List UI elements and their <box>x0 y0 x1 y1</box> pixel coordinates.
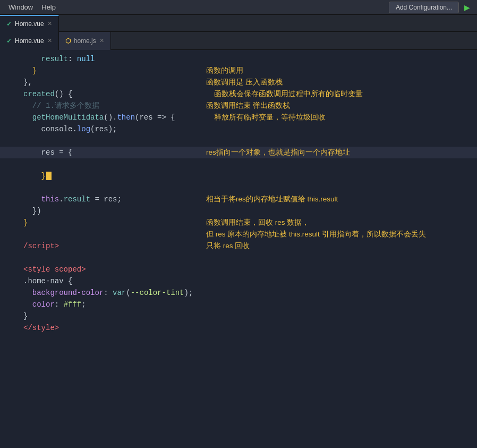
annotation-res-points: res指向一个对象，也就是指向一个内存地址 <box>206 147 350 158</box>
annotation-block: } 函数的调用 }, 函数调用是 压入函数栈 created() { 函数栈会保… <box>0 65 477 334</box>
code-line-empty3 <box>0 182 477 193</box>
menu-help[interactable]: Help <box>37 3 60 11</box>
code-line-close-brace: } <box>0 170 477 182</box>
annotation-func-end: 函数调用结束，回收 res 数据， <box>206 217 309 229</box>
code-line-getmulti: getHomeMultidata().then(res => { 释放所有临时变… <box>0 112 477 123</box>
js-file-icon: ⬡ <box>65 37 71 45</box>
tab-bar-top: ✓ Home.vue ✕ <box>0 15 477 32</box>
editor-tab-vue-label: Home.vue <box>15 37 44 45</box>
editor-tab-js-close[interactable]: ✕ <box>99 37 104 44</box>
annotation-res-ref: 但 res 原本的内存地址被 this.result 引用指向着，所以数据不会丢… <box>206 229 426 240</box>
menu-window[interactable]: Window <box>4 3 37 11</box>
code-line-style: <style scoped> <box>0 264 477 275</box>
vue-icon: ✓ <box>6 20 12 28</box>
annotation-this-result: 相当于将res的内存地址赋值给 this.result <box>206 193 338 205</box>
code-line-this-result: this.result = res; 相当于将res的内存地址赋值给 this.… <box>0 193 477 205</box>
code-line-empty5 <box>0 252 477 264</box>
code-line-bg-color: background-color: var(--color-tint); <box>0 287 477 299</box>
code-line-close-nav: } <box>0 310 477 322</box>
code-line-empty1 <box>0 135 477 147</box>
code-line-console: console.log(res); <box>0 123 477 135</box>
tab-top-label: Home.vue <box>15 20 44 28</box>
annotation-only-res: 只将 res 回收 <box>206 240 250 252</box>
annotation-func-release: 释放所有临时变量，等待垃圾回收 <box>206 112 326 123</box>
code-line-script-close: /script> 只将 res 回收 <box>0 240 477 252</box>
editor-tab-js-label: home.js <box>74 37 96 45</box>
tab-close-icon[interactable]: ✕ <box>47 20 52 27</box>
editor-tabs: ✓ Home.vue ✕ ⬡ home.js ✕ <box>0 32 477 50</box>
code-line-close-then: }) <box>0 205 477 217</box>
code-line-empty4: 但 res 原本的内存地址被 this.result 引用指向着，所以数据不会丢… <box>0 229 477 240</box>
tab-top-home-vue[interactable]: ✓ Home.vue ✕ <box>0 15 59 32</box>
code-editor[interactable]: result: null } 函数的调用 }, 函数调用是 压入函数栈 <box>0 50 477 448</box>
code-line-res-assign: res = { res指向一个对象，也就是指向一个内存地址 <box>0 147 477 158</box>
run-button[interactable]: ▶ <box>461 2 473 13</box>
code-line-home-nav: .home-nav { <box>0 275 477 287</box>
code-line-comma: }, 函数调用是 压入函数栈 <box>0 77 477 88</box>
menu-bar: Window Help Add Configuration... ▶ <box>0 0 477 15</box>
code-line-style-close: </style> <box>0 322 477 334</box>
vue-file-icon: ✓ <box>6 37 12 45</box>
code-line-comment: // 1.请求多个数据 函数调用结束 弹出函数栈 <box>0 100 477 112</box>
editor-tab-vue-close[interactable]: ✕ <box>47 37 52 44</box>
code-line-color: color: #fff; <box>0 299 477 310</box>
annotation-func-pop: 函数调用结束 弹出函数栈 <box>206 100 290 112</box>
code-line-empty2 <box>0 158 477 170</box>
add-configuration-button[interactable]: Add Configuration... <box>389 2 459 13</box>
editor-tab-home-vue[interactable]: ✓ Home.vue ✕ <box>0 32 59 50</box>
annotation-func-call: 函数的调用 <box>206 65 243 77</box>
annotation-func-push: 函数调用是 压入函数栈 <box>206 77 283 88</box>
annotation-func-stack-save: 函数栈会保存函数调用过程中所有的临时变量 <box>206 88 363 100</box>
code-content: result: null } 函数的调用 }, 函数调用是 压入函数栈 <box>0 50 477 337</box>
code-line-created: created() { 函数栈会保存函数调用过程中所有的临时变量 <box>0 88 477 100</box>
editor-tab-home-js[interactable]: ⬡ home.js ✕ <box>59 32 111 50</box>
code-line-end-created: } 函数调用结束，回收 res 数据， <box>0 217 477 229</box>
code-line-result: } 函数的调用 <box>0 65 477 77</box>
code-line: result: null <box>0 53 477 65</box>
code-area: result: null } 函数的调用 }, 函数调用是 压入函数栈 <box>0 50 477 448</box>
